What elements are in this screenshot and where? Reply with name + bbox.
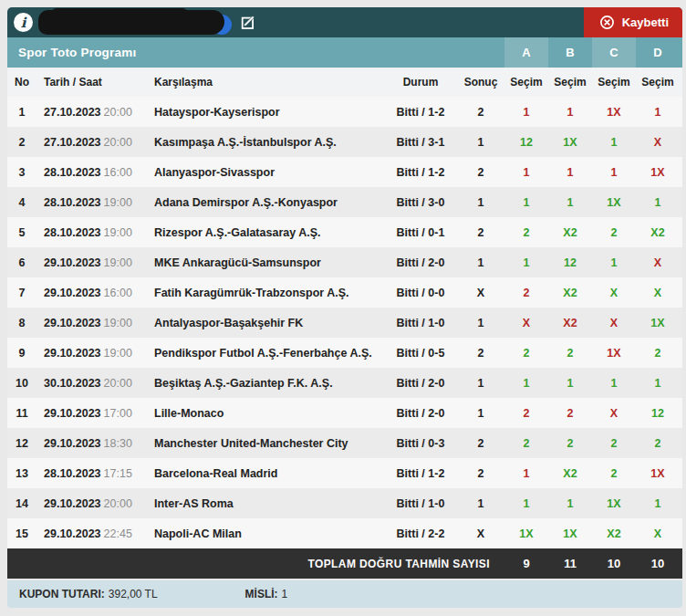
table-row: 1030.10.202320:00Beşiktaş A.Ş.-Gaziantep…: [7, 368, 682, 398]
row-number: 5: [7, 226, 36, 239]
table-row: 428.10.202319:00Adana Demirspor A.Ş.-Kon…: [7, 187, 682, 217]
pick-cell-d: 2: [636, 347, 680, 360]
match-time: 18:30: [104, 437, 132, 450]
row-number: 10: [7, 377, 36, 390]
match-time: 19:00: [104, 317, 132, 329]
header-result: Sonuç: [457, 76, 504, 89]
match-date: 29.10.2023: [44, 287, 101, 299]
match-result: 1: [457, 407, 504, 420]
redacted-user-info: [38, 7, 232, 37]
match-date: 29.10.2023: [44, 347, 101, 360]
header-pick-a: Seçim: [504, 76, 548, 89]
match-name: Beşiktaş A.Ş.-Gaziantep F.K. A.Ş.: [153, 377, 384, 390]
match-datetime: 28.10.202316:00: [36, 166, 153, 179]
match-time: 19:00: [104, 196, 132, 209]
match-name: Antalyaspor-Başakşehir FK: [153, 317, 384, 329]
pick-cell-c: 1X: [592, 497, 636, 510]
match-result: 2: [457, 106, 504, 119]
match-datetime: 29.10.202320:00: [36, 497, 153, 510]
match-status: Bitti / 2-2: [384, 527, 457, 540]
match-datetime: 29.10.202319:00: [36, 347, 153, 360]
table-row: 528.10.202319:00Rizespor A.Ş.-Galatasara…: [7, 217, 682, 247]
match-name: Alanyaspor-Sivasspor: [153, 166, 384, 179]
column-letter-c: C: [592, 37, 636, 68]
match-date: 28.10.2023: [44, 467, 101, 480]
pick-cell-d: 12: [636, 407, 680, 420]
header-pick-d: Seçim: [636, 76, 680, 89]
match-name: Pendikspor Futbol A.Ş.-Fenerbahçe A.Ş.: [153, 347, 384, 360]
pick-cell-a: 1: [504, 377, 548, 390]
table-row: 328.10.202316:00Alanyaspor-SivassporBitt…: [7, 157, 682, 187]
pick-cell-d: 1X: [636, 317, 680, 329]
info-icon[interactable]: i: [14, 13, 33, 32]
match-time: 17:00: [104, 407, 132, 420]
match-datetime: 29.10.202322:45: [36, 527, 153, 540]
pick-cell-a: 1: [504, 467, 548, 480]
row-number: 14: [7, 497, 36, 510]
match-datetime: 29.10.202317:00: [36, 407, 153, 420]
column-letter-d: D: [636, 37, 680, 68]
pick-cell-c: 2: [592, 437, 636, 450]
header-match: Karşılaşma: [153, 76, 384, 89]
match-date: 27.10.2023: [44, 136, 101, 149]
row-number: 9: [7, 347, 36, 360]
match-date: 28.10.2023: [44, 226, 101, 239]
pick-cell-d: X2: [636, 226, 680, 239]
column-letter-b: B: [548, 37, 592, 68]
match-name: Hatayspor-Kayserispor: [153, 106, 384, 119]
pick-cell-c: 2: [592, 467, 636, 480]
match-name: Fatih Karagümrük-Trabzonspor A.Ş.: [153, 287, 384, 299]
match-result: 1: [457, 256, 504, 269]
header-no: No: [7, 76, 36, 89]
coupon-amount-value: 392,00 TL: [109, 588, 158, 600]
table-body: 127.10.202320:00Hatayspor-KayserisporBit…: [7, 97, 682, 548]
match-date: 29.10.2023: [44, 437, 101, 450]
pick-cell-c: 1: [592, 377, 636, 390]
summary-bar: KUPON TUTARI: 392,00 TL MİSLİ: 1: [7, 580, 682, 608]
edit-icon[interactable]: [241, 15, 256, 30]
match-result: 1: [457, 196, 504, 209]
match-name: Lille-Monaco: [153, 407, 384, 420]
match-status: Bitti / 3-0: [384, 196, 457, 209]
misli-value: 1: [282, 588, 288, 600]
row-number: 6: [7, 256, 36, 269]
row-number: 8: [7, 317, 36, 329]
match-date: 29.10.2023: [44, 497, 101, 510]
match-date: 30.10.2023: [44, 377, 101, 390]
total-d: 10: [636, 557, 680, 570]
match-status: Bitti / 0-3: [384, 437, 457, 450]
pick-cell-b: X2: [548, 467, 592, 480]
match-date: 27.10.2023: [44, 106, 101, 119]
pick-cell-b: 1: [548, 106, 592, 119]
match-status: Bitti / 2-0: [384, 407, 457, 420]
coupon-header-bar: i Kaybetti: [7, 7, 682, 37]
totals-row: TOPLAM DOĞRU TAHMİN SAYISI 9 11 10 10: [7, 548, 682, 579]
pick-cell-a: 1X: [504, 527, 548, 540]
total-b: 11: [548, 557, 592, 570]
table-row: 1229.10.202318:30Manchester United-Manch…: [7, 428, 682, 458]
pick-cell-b: 2: [548, 437, 592, 450]
match-status: Bitti / 1-2: [384, 106, 457, 119]
column-letter-a: A: [504, 37, 548, 68]
pick-cell-a: 2: [504, 347, 548, 360]
match-date: 28.10.2023: [44, 196, 101, 209]
pick-cell-b: 1: [548, 377, 592, 390]
match-status: Bitti / 0-1: [384, 226, 457, 239]
pick-cell-d: X: [636, 256, 680, 269]
match-datetime: 29.10.202316:00: [36, 287, 153, 299]
match-name: MKE Ankaragücü-Samsunspor: [153, 256, 384, 269]
pick-cell-c: 1: [592, 166, 636, 179]
match-date: 29.10.2023: [44, 407, 101, 420]
row-number: 7: [7, 287, 36, 299]
match-name: Adana Demirspor A.Ş.-Konyaspor: [153, 196, 384, 209]
pick-cell-b: 1: [548, 166, 592, 179]
coupon-card: i Kaybetti Spor Toto Programı A B C D No: [7, 7, 682, 608]
pick-cell-d: 1X: [636, 166, 680, 179]
match-status: Bitti / 0-0: [384, 287, 457, 299]
row-number: 2: [7, 136, 36, 149]
match-time: 17:15: [104, 467, 132, 480]
status-badge: Kaybetti: [584, 7, 682, 37]
match-status: Bitti / 1-0: [384, 317, 457, 329]
header-pick-b: Seçim: [548, 76, 592, 89]
table-row: 227.10.202320:00Kasımpaşa A.Ş.-İstanbuls…: [7, 127, 682, 157]
